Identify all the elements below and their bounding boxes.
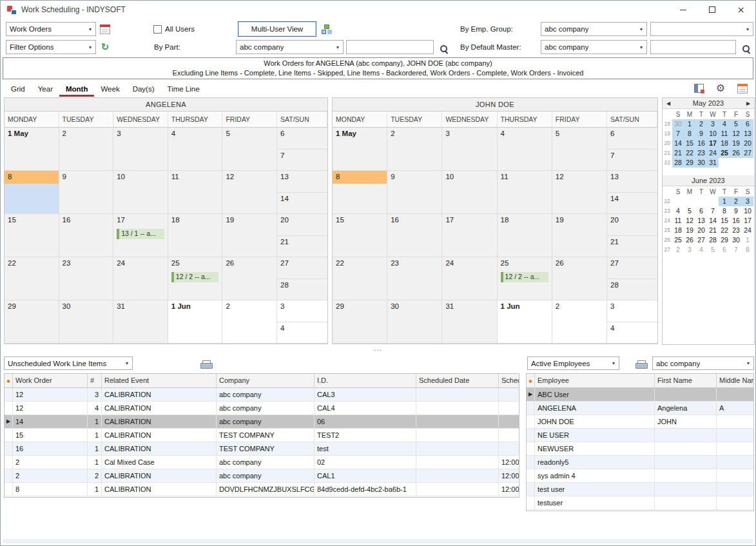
table-row[interactable]: ▶141CALIBRATIONabc company06 (5, 415, 519, 429)
mini-day-cell[interactable]: 28 (672, 158, 684, 168)
line-items-selector-combo[interactable]: Unscheduled Work Line Items ▾ (4, 356, 133, 370)
filter-options-combo[interactable]: Filter Options ▾ (6, 40, 96, 54)
column-header-company[interactable]: Company (217, 374, 315, 387)
default-master-search-input[interactable] (650, 40, 736, 54)
by-part-search-button[interactable] (437, 42, 450, 55)
day-cell-5[interactable]: 5 (552, 128, 607, 171)
mini-day-cell[interactable]: 29 (719, 235, 730, 245)
tab-week[interactable]: Week (94, 82, 126, 97)
by-part-search-input[interactable] (346, 40, 434, 54)
mini-day-cell[interactable]: 11 (719, 129, 730, 139)
prev-month-icon[interactable]: ◀ (664, 99, 673, 109)
day-cell-7[interactable]: 7 (607, 150, 657, 171)
day-cell-10[interactable]: 10 (442, 171, 497, 214)
mini-day-cell[interactable]: 1 (719, 197, 730, 206)
day-cell-18[interactable]: 18 (168, 214, 223, 257)
mini-day-cell[interactable]: 30 (695, 158, 707, 168)
mini-day-cell[interactable]: 20 (742, 139, 753, 148)
table-row[interactable]: ▶ABC User (527, 388, 753, 402)
table-row[interactable]: NEWUSER (527, 442, 753, 456)
mini-day-cell[interactable]: 13 (742, 129, 753, 139)
day-cell-17[interactable]: 1713 / 1 -- a... (113, 214, 168, 257)
mini-day-cell[interactable]: 3 (742, 197, 753, 206)
mini-day-cell[interactable]: 4 (719, 119, 730, 129)
day-cell-3[interactable]: 3 (113, 128, 168, 171)
tab-month[interactable]: Month (59, 82, 94, 97)
mini-day-cell[interactable]: 8 (742, 245, 753, 255)
day-cell-21[interactable]: 21 (607, 236, 657, 258)
day-cell-28[interactable]: 28 (607, 279, 657, 301)
mini-day-cell[interactable]: 1 (742, 235, 753, 245)
mini-day-cell[interactable]: 8 (684, 129, 695, 139)
mini-day-cell[interactable]: 2 (672, 245, 684, 255)
table-row[interactable]: test user (527, 483, 753, 496)
refresh-button[interactable]: ↻ (99, 41, 111, 54)
mini-day-cell[interactable]: 6 (719, 245, 730, 255)
employees-company-combo[interactable]: abc company ▾ (652, 356, 754, 370)
day-cell-9[interactable]: 9 (59, 171, 114, 214)
mini-day-cell[interactable]: 30 (730, 235, 742, 245)
view-mode-combo[interactable]: Work Orders ▾ (6, 22, 96, 36)
calendar-options-button[interactable] (736, 82, 749, 95)
mini-day-cell[interactable]: 10 (742, 206, 753, 216)
day-cell-11[interactable]: 11 (498, 171, 552, 214)
mini-day-cell[interactable]: 1 (684, 119, 695, 129)
mini-day-cell[interactable]: 17 (742, 216, 753, 226)
mini-day-cell[interactable]: 10 (707, 129, 719, 139)
mini-day-cell[interactable]: 18 (672, 226, 684, 235)
mini-day-cell[interactable]: 2 (730, 197, 742, 206)
mini-day-cell[interactable]: 8 (719, 206, 730, 216)
day-cell-31[interactable]: 31 (113, 300, 168, 344)
day-cell-22[interactable]: 22 (5, 257, 59, 300)
mini-day-cell[interactable]: 3 (707, 119, 719, 129)
day-cell-8[interactable]: 8 (333, 171, 387, 214)
event-chip[interactable]: 12 / 2 -- a... (171, 272, 219, 282)
mini-day-cell[interactable]: 4 (672, 206, 684, 216)
day-cell-22[interactable]: 22 (333, 257, 387, 300)
mini-day-cell[interactable]: 19 (730, 139, 742, 148)
mini-day-cell[interactable]: 14 (672, 139, 684, 148)
maximize-button[interactable] (697, 1, 726, 19)
table-row[interactable]: testuser (527, 496, 753, 510)
day-cell-3[interactable]: 3 (442, 128, 497, 171)
mini-day-cell[interactable]: 4 (695, 245, 707, 255)
day-cell-4[interactable]: 4 (607, 322, 657, 344)
day-cell-24[interactable]: 24 (113, 257, 168, 300)
day-cell-21[interactable]: 21 (277, 236, 327, 258)
calendar-tool-button[interactable] (99, 23, 111, 35)
day-cell-15[interactable]: 15 (333, 214, 387, 257)
mini-day-cell[interactable]: 16 (730, 216, 742, 226)
day-cell-4[interactable]: 4 (277, 322, 327, 344)
mini-day-cell[interactable]: 18 (719, 139, 730, 148)
day-cell-26[interactable]: 26 (552, 257, 607, 300)
mini-day-cell[interactable]: 15 (719, 216, 730, 226)
mini-day-cell[interactable]: 7 (707, 206, 719, 216)
table-row[interactable]: JOHN DOEJOHN (527, 415, 753, 429)
day-cell-20[interactable]: 20 (277, 214, 327, 236)
day-cell-19[interactable]: 19 (552, 214, 607, 257)
mini-day-cell[interactable]: 21 (672, 148, 684, 158)
day-cell-1-may[interactable]: 1 May (5, 128, 59, 171)
mini-day-cell[interactable]: 29 (684, 158, 695, 168)
table-row[interactable]: 22CALIBRATIONabc companyCAL112:00:0 (5, 469, 519, 483)
day-cell-27[interactable]: 27 (277, 257, 327, 279)
employees-selector-combo[interactable]: Active Employees ▾ (527, 356, 619, 370)
column-header-first-name[interactable]: First Name (655, 374, 717, 387)
default-master-combo[interactable]: abc company ▾ (541, 40, 647, 54)
mini-day-cell[interactable]: 24 (742, 226, 753, 235)
day-cell-4[interactable]: 4 (498, 128, 552, 171)
mini-day-cell[interactable]: 30 (672, 119, 684, 129)
day-cell-11[interactable]: 11 (168, 171, 223, 214)
close-button[interactable]: × (726, 1, 755, 19)
day-cell-5[interactable]: 5 (222, 128, 277, 171)
column-header-scheduled-date[interactable]: Scheduled Date (416, 374, 499, 387)
day-cell-30[interactable]: 30 (387, 300, 442, 344)
day-cell-26[interactable]: 26 (222, 257, 277, 300)
event-chip[interactable]: 13 / 1 -- a... (117, 229, 164, 239)
day-cell-19[interactable]: 19 (222, 214, 277, 257)
day-cell-9[interactable]: 9 (387, 171, 442, 214)
mini-day-cell[interactable]: 19 (684, 226, 695, 235)
event-chip[interactable]: 12 / 2 -- a... (501, 272, 548, 282)
day-cell-28[interactable]: 28 (277, 279, 327, 301)
table-row[interactable]: ANGELENAAngelenaA (527, 402, 753, 415)
